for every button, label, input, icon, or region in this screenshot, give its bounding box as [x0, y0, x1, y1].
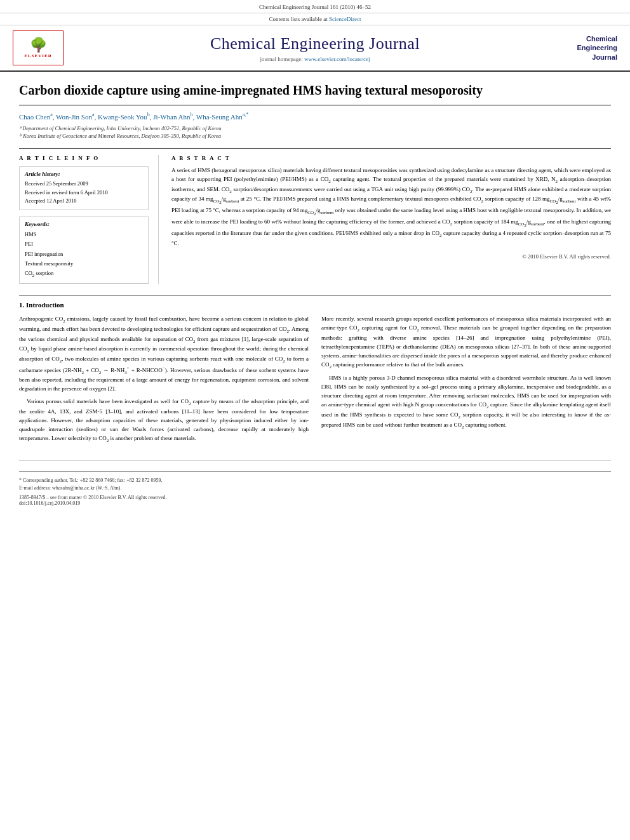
journal-header: 🌳 ELSEVIER Chemical Engineering Journal …: [0, 25, 630, 72]
keyword-1: HMS: [25, 230, 143, 239]
footer-doi-area: 1385-8947/$ – see front matter © 2010 El…: [19, 495, 611, 506]
intro-heading: 1. Introduction: [19, 301, 611, 309]
copyright-text: © 2010 Elsevier B.V. All rights reserved…: [171, 253, 611, 260]
main-content: Carbon dioxide capture using amine-impre…: [0, 72, 630, 519]
revised-date: Received in revised form 6 April 2010: [25, 189, 143, 197]
section-divider: [19, 295, 611, 296]
journal-citation: Chemical Engineering Journal 161 (2010) …: [0, 0, 630, 13]
history-title: Article history:: [25, 171, 143, 177]
journal-main-title: Chemical Engineering Journal: [70, 34, 560, 53]
article-info-label: A R T I C L E I N F O: [19, 155, 149, 161]
keyword-3: PEI impregnation: [25, 250, 143, 259]
intro-p4: HMS is a highly porous 3-D channel mesop…: [321, 374, 611, 430]
article-title: Carbon dioxide capture using amine-impre…: [19, 82, 611, 105]
affiliation-b: ᵇ Korea Institute of Geoscience and Mine…: [19, 132, 611, 140]
keyword-4: Textural mesoporosity: [25, 259, 143, 269]
elsevier-logo-text: ELSEVIER: [24, 53, 51, 58]
footer-corresponding: * Corresponding author. Tel.: +82 32 860…: [19, 477, 611, 484]
intro-p3: More recently, several research groups r…: [321, 315, 611, 370]
journal-homepage: journal homepage: www.elsevier.com/locat…: [70, 56, 560, 62]
abstract-col: A B S T R A C T A series of HMS (hexagon…: [171, 155, 611, 284]
article-info-col: A R T I C L E I N F O Article history: R…: [19, 155, 159, 284]
journal-title-center: Chemical Engineering Journal journal hom…: [70, 34, 560, 62]
sciencedirect-bar: Contents lists available at ScienceDirec…: [0, 13, 630, 25]
received-date: Received 25 September 2009: [25, 180, 143, 189]
sciencedirect-link[interactable]: ScienceDirect: [329, 16, 361, 22]
journal-citation-text: Chemical Engineering Journal 161 (2010) …: [259, 4, 371, 10]
elsevier-logo: 🌳 ELSEVIER: [13, 30, 70, 65]
affiliation-a: ᵃ Department of Chemical Engineering, In…: [19, 124, 611, 133]
authors: Chao Chena, Won-Jin Sona, Kwang-Seok You…: [19, 112, 611, 121]
footer-doi: doi:10.1016/j.cej.2010.04.019: [19, 500, 611, 506]
page-wrapper: Chemical Engineering Journal 161 (2010) …: [0, 0, 630, 519]
abstract-label: A B S T R A C T: [171, 155, 611, 161]
intro-p2: Various porous solid materials have been…: [19, 397, 309, 444]
keyword-5: CO2 sorption: [25, 269, 143, 279]
footer-area: * Corresponding author. Tel.: +82 32 860…: [19, 460, 611, 506]
footer-divider: [19, 471, 611, 472]
footer-email: E-mail address: whasahn@inha.ac.kr (W.-S…: [19, 484, 611, 492]
homepage-label: journal homepage:: [260, 56, 304, 62]
journal-name-right: ChemicalEngineeringJournal: [560, 34, 617, 62]
homepage-link[interactable]: www.elsevier.com/locate/cej: [304, 56, 370, 62]
introduction-section: 1. Introduction Anthropogenic CO2 emissi…: [19, 295, 611, 448]
keyword-2: PEI: [25, 239, 143, 249]
affiliations: ᵃ Department of Chemical Engineering, In…: [19, 124, 611, 141]
keywords-title: Keywords:: [25, 221, 143, 227]
intro-two-col: Anthropogenic CO2 emissions, largely cau…: [19, 315, 611, 448]
logo-tree-icon: 🌳: [30, 38, 47, 52]
intro-p1: Anthropogenic CO2 emissions, largely cau…: [19, 315, 309, 394]
keywords-box: Keywords: HMS PEI PEI impregnation Textu…: [19, 217, 149, 284]
footer-issn: 1385-8947/$ – see front matter © 2010 El…: [19, 495, 611, 500]
intro-left-col: Anthropogenic CO2 emissions, largely cau…: [19, 315, 309, 448]
intro-right-col: More recently, several research groups r…: [321, 315, 611, 448]
accepted-date: Accepted 12 April 2010: [25, 197, 143, 206]
article-history-box: Article history: Received 25 September 2…: [19, 166, 149, 210]
footer-notes: * Corresponding author. Tel.: +82 32 860…: [19, 477, 611, 492]
sciencedirect-prefix: Contents lists available at: [269, 16, 329, 22]
logo-box: 🌳 ELSEVIER: [13, 30, 64, 65]
abstract-text: A series of HMS (hexagonal mesoporous si…: [171, 166, 611, 248]
article-info-abstract: A R T I C L E I N F O Article history: R…: [19, 148, 611, 284]
